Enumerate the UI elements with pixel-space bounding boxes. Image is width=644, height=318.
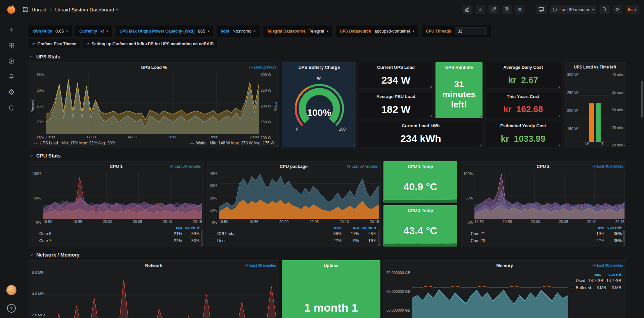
share-dashboard-button[interactable] (489, 5, 499, 14)
variable-ups-max-output[interactable]: UPS Max Output Power Capacity (Watt) 865… (116, 26, 213, 37)
legend-series-core6[interactable]: —Core 6 (33, 231, 165, 236)
legend-series-watts[interactable]: — Watts Min: 148 W Max: 278 W Avg: 175 W (190, 141, 274, 145)
grafana-app: Unraid › Unraid System Dashboard ▾ ☆ (0, 0, 644, 318)
panel-ups-runtime: UPS Runtime 31 minutes left! (435, 62, 482, 118)
gear-icon: ⚙ (518, 7, 522, 12)
section-header-ups-stats[interactable]: UPS Stats (29, 54, 644, 59)
panel-title[interactable]: This Years Cost (507, 94, 539, 99)
legend-sort-avg[interactable]: avg (341, 225, 359, 229)
legend-sort-current[interactable]: current▾ (182, 225, 199, 229)
panel-title[interactable]: Current UPS Load (377, 65, 415, 70)
sidebar-item-create[interactable]: + (9, 26, 13, 34)
page-scrollbar[interactable] (641, 81, 643, 118)
section-header-network-memory[interactable]: Network / Memory (29, 252, 644, 258)
legend-scrollbar[interactable] (623, 230, 625, 243)
legend-sort-avg[interactable]: avg (165, 225, 182, 229)
add-panel-button[interactable] (462, 5, 472, 14)
panel-title[interactable]: UPS Load vs Time left (574, 65, 616, 70)
zoom-out-button[interactable] (600, 5, 610, 14)
legend-series-buffered[interactable]: —Buffered (569, 285, 591, 290)
refresh-icon: ⟳ (615, 7, 620, 12)
legend-sort-current[interactable]: current (601, 272, 621, 276)
clock-icon (552, 7, 557, 12)
panel-title[interactable]: UPS Runtime (445, 65, 473, 70)
legend-sort-max[interactable]: max (581, 272, 601, 276)
legend-scrollbar[interactable] (201, 230, 202, 243)
panel-title[interactable]: CPU 1 Temp (408, 164, 433, 169)
panel-estimated-yearly-cost: Estimated Yearly Cost kr 1033.99 (485, 121, 561, 147)
legend-series-core23[interactable]: —Core 23 (464, 238, 587, 243)
panel-title[interactable]: CPU 2 Temp (408, 208, 433, 213)
panel-title[interactable]: UPS Load % (141, 65, 167, 70)
legend-sort-max[interactable]: max (324, 225, 341, 229)
legend-sort-current[interactable]: current▾ (359, 225, 376, 229)
dashboard-link-grafana-plex-theme[interactable]: ↗ Grafana Plex Theme (29, 39, 80, 48)
ups-load-chart[interactable] (46, 73, 259, 134)
legend-scrollbar[interactable] (378, 230, 379, 243)
refresh-button[interactable]: ⟳ (613, 5, 622, 14)
legend-sort-current[interactable]: current▾ (604, 225, 622, 229)
panel-title[interactable]: CPU 2 (537, 164, 549, 169)
panel-memory: Memory ◷ Last 30 minutes 70.000000 GB60.… (383, 260, 626, 318)
star-dashboard-button[interactable]: ☆ (476, 5, 485, 14)
sidebar-item-explore[interactable] (8, 58, 15, 64)
cpu-threads-input[interactable]: 32 (455, 27, 487, 35)
sidebar-item-dashboards[interactable] (8, 42, 15, 49)
variable-cpu-threads: CPU Threads 32 (422, 26, 491, 37)
refresh-interval-select[interactable]: 5s ▾ (626, 5, 639, 14)
breadcrumb-folder[interactable]: Unraid (32, 7, 46, 12)
sidebar-item-configuration[interactable]: ⚙ (8, 89, 15, 96)
legend-series-ups-load[interactable]: — UPS Load Min: 17% Max: 32% Avg: 20% (34, 141, 115, 145)
panel-title[interactable]: CPU package (280, 164, 308, 169)
chevron-down-icon: ▾ (254, 29, 256, 33)
panel-title[interactable]: Current Load kWh (402, 123, 440, 128)
panel-title[interactable]: Memory (496, 263, 513, 268)
panel-average-daily-cost: Average Daily Cost kr 2.67 (485, 62, 561, 89)
external-link-icon: ↗ (32, 42, 35, 46)
panel-title[interactable]: Uptime (324, 263, 338, 268)
panel-ups-load-vs-time-left: UPS Load vs Time left 300 W250 W200 W150… (564, 62, 626, 147)
sidebar-item-server-admin[interactable] (8, 105, 14, 111)
variable-currency[interactable]: Currency kr▾ (75, 26, 112, 37)
variable-host[interactable]: host Nostromo▾ (217, 26, 260, 37)
x-axis-ticks: 19:5019:5520:0020:0520:1020:15 (43, 219, 202, 224)
zoom-out-icon (602, 7, 607, 12)
panel-title[interactable]: UPS Battery Charge (298, 65, 340, 70)
breadcrumb: Unraid › Unraid System Dashboard ▾ (22, 6, 118, 12)
legend-series-cpu-total[interactable]: —CPU Total (211, 231, 324, 236)
legend-series-core7[interactable]: —Core 7 (33, 238, 165, 243)
panel-title[interactable]: Average Daily Cost (503, 65, 543, 70)
cpu-package-chart[interactable] (219, 172, 379, 219)
panel-title[interactable]: Network (145, 263, 162, 268)
dashboard-settings-button[interactable]: ⚙ (515, 5, 524, 14)
gauge-tick-mid: 50 (317, 77, 321, 81)
variable-kwh-price[interactable]: kWh Price 0.65▾ (29, 26, 72, 37)
legend-sort-avg[interactable]: avg (587, 225, 604, 229)
cpu1-chart[interactable] (43, 172, 202, 219)
dashboard-link-ups-monitoring-guide[interactable]: ↗ Setting up Grafana and InfluxDB for UP… (83, 39, 217, 48)
apps-grid-icon[interactable] (22, 7, 28, 12)
legend-series-core21[interactable]: —Core 21 (464, 231, 587, 236)
panel-title[interactable]: CPU 1 (110, 164, 123, 169)
legend-row: —Core 7 22% 33% (33, 237, 199, 244)
panel-title[interactable]: Estimated Yearly Cost (500, 123, 546, 128)
grafana-logo[interactable] (0, 4, 22, 15)
dashboard-title-dropdown[interactable]: Unraid System Dashboard ▾ (55, 7, 118, 12)
time-range-picker[interactable]: Last 30 minutes ▾ (550, 5, 596, 14)
panel-title[interactable]: Average PSU Load (376, 94, 415, 99)
variable-ups-datasource[interactable]: UPS Datasource apcupsd-container▾ (336, 26, 418, 37)
y-axis-ticks-left: 40%30%20%10%0% (208, 172, 219, 224)
network-chart[interactable] (47, 271, 277, 318)
legend-series-user[interactable]: —User (211, 238, 324, 243)
cpu2-chart[interactable] (474, 172, 625, 219)
ups-vs-time-chart[interactable] (580, 73, 610, 142)
user-avatar[interactable] (6, 285, 16, 295)
memory-chart[interactable] (412, 271, 568, 318)
section-header-cpu-stats[interactable]: CPU Stats (29, 153, 644, 158)
help-button[interactable]: ? (7, 304, 16, 313)
cycle-view-mode-button[interactable] (536, 5, 547, 14)
save-dashboard-button[interactable] (502, 5, 512, 14)
variable-telegraf-datasource[interactable]: Telegraf Datasource Telegraf▾ (263, 26, 332, 37)
legend-series-used[interactable]: —Used (569, 278, 585, 283)
sidebar-item-alerting[interactable] (8, 73, 15, 80)
